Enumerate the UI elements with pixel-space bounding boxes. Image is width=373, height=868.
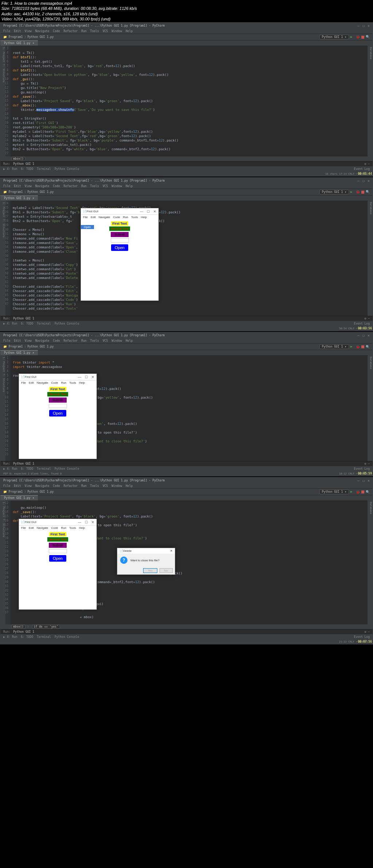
event-log-tab[interactable]: Event Log	[354, 167, 370, 171]
window-titlebar: Program1 [C:\Users\USER\PycharmProjects\…	[0, 23, 373, 29]
menu-navigate[interactable]: Navigate	[35, 30, 50, 33]
tab-terminal[interactable]: Terminal	[37, 167, 51, 171]
second-text-label: Second Text	[109, 226, 130, 231]
msgbox-title: Delete	[123, 549, 131, 553]
submit-button[interactable]: Submit	[111, 232, 128, 237]
meta-size: Size: 71802103 bytes (68.48 MiB), durati…	[1, 6, 372, 11]
pep-warning: PEP 8: expected 2 blank lines, found 0	[3, 472, 62, 475]
menu-edit[interactable]: Edit	[14, 30, 21, 33]
tkinter-window[interactable]: 📄 First GUI—☐✕ FileEditNavigateCodeRunTo…	[19, 373, 97, 459]
tkinter-window[interactable]: 📄 First GUI —☐✕ File Edit Navigate Code …	[81, 208, 159, 301]
context-fn: mbox()	[11, 157, 25, 161]
screenshot-4: Program1 [C:\Users\USER\PycharmProjects\…	[0, 477, 373, 644]
debug-icon[interactable]: 🐞	[356, 35, 360, 39]
run-icon[interactable]: ▶	[350, 35, 354, 39]
tk-close-icon[interactable]: ✕	[153, 210, 156, 213]
menu-code[interactable]: Code	[53, 30, 60, 33]
menu-vcs[interactable]: VCS	[103, 30, 108, 33]
tk-menu-navigate[interactable]: Navigate	[99, 216, 110, 219]
close-icon[interactable]: ✕	[368, 24, 370, 28]
msgbox-icon: 📄	[119, 549, 123, 553]
tk-max-icon[interactable]: ☐	[147, 210, 150, 213]
run-config-selector[interactable]: Python GUI 1 ▾	[319, 35, 349, 39]
msgbox-text: Want to close this file?	[130, 559, 160, 562]
screenshot-2: Program1 [C:\Users\USER\PycharmProjects\…	[0, 177, 373, 331]
tk-menu-help[interactable]: Help	[141, 216, 147, 219]
left-tool-strip[interactable]: 1: Project 7: Structure	[0, 46, 5, 156]
messagebox-dialog[interactable]: 📄 Delete✕ ? Want to close this file? Yes…	[117, 548, 175, 575]
code-editor[interactable]: 1: Project 7: Structure 3 4 5 6 7 8 9 10…	[0, 46, 373, 156]
menu-window[interactable]: Window	[111, 30, 122, 33]
tk-menu-edit[interactable]: Edit	[91, 216, 96, 219]
tab-run[interactable]: ▶ 4: Run	[3, 167, 17, 171]
tk-menu-file[interactable]: File	[83, 216, 88, 219]
meta-audio: Audio: aac, 44100 Hz, 2 channels, s16, 1…	[1, 11, 372, 16]
status-bar: 18 chars 17:14 CRLF ÷ UTF-8 ÷	[0, 171, 373, 176]
file-tab[interactable]: Python GUI 1.py×	[0, 40, 38, 46]
menu-file[interactable]: File	[3, 30, 10, 33]
nav-bar: 📁 Program1 〉Python GUI 1.py Python GUI 1…	[0, 34, 373, 40]
tk-menu-run[interactable]: Run	[123, 216, 128, 219]
menu-refactor[interactable]: Refactor	[64, 30, 78, 33]
menu-run[interactable]: Run	[81, 30, 86, 33]
minimize-icon[interactable]: —	[357, 24, 360, 28]
bottom-tool-tabs: ▶ 4: Run 6: TODO Terminal Python Console…	[0, 166, 373, 171]
tab-todo[interactable]: 6: TODO	[21, 167, 34, 171]
maximize-icon[interactable]: ☐	[362, 24, 365, 28]
tk-title: First GUI	[87, 210, 98, 213]
menu-view[interactable]: View	[25, 30, 32, 33]
code-area[interactable]: root = Tk() def btnf1(): txt1 = txt.get(…	[11, 46, 373, 156]
screenshot-1: Program1 [C:\Users\USER\PycharmProjects\…	[0, 22, 373, 177]
text-selection: messagebox.showinfo	[36, 108, 74, 112]
video-metadata: File: 1. How to create messagebox.mp4 Si…	[0, 0, 373, 22]
menu-help[interactable]: Help	[126, 30, 133, 33]
tk-icon: 📄	[83, 210, 87, 213]
tk-menu-tools[interactable]: Tools	[131, 216, 138, 219]
tkinter-window[interactable]: 📄 First GUI—☐✕ FileEditNavigateCodeRunTo…	[19, 519, 97, 610]
meta-video: Video: h264, yuv420p, 1280x720, 989 kb/s…	[1, 16, 372, 22]
menu-tools[interactable]: Tools	[90, 30, 99, 33]
yes-button[interactable]: Yes	[143, 568, 157, 573]
tab-close-icon[interactable]: ×	[32, 42, 34, 45]
tab-python-console[interactable]: Python Console	[55, 167, 79, 171]
tk-min-icon[interactable]: —	[140, 210, 143, 213]
first-text-label: First Text	[111, 221, 129, 226]
main-menubar: File Edit View Navigate Code Refactor Ru…	[0, 29, 373, 34]
tk-menu-code[interactable]: Code	[113, 216, 120, 219]
run-panel[interactable]: Run: Python GUI 1⚙ —	[0, 161, 373, 166]
tk-menubar: File Edit Navigate Code Run Tools Help	[81, 215, 158, 220]
window-controls: — ☐ ✕	[357, 24, 370, 28]
meta-file: File: 1. How to create messagebox.mp4	[1, 1, 372, 6]
no-button[interactable]: No	[160, 568, 173, 573]
screenshot-3: Program1 [C:\Users\USER\PycharmProjects\…	[0, 332, 373, 476]
search-icon[interactable]: 🔍	[366, 35, 370, 39]
timestamp: 00:01:44	[358, 172, 372, 175]
open-button[interactable]: Open	[111, 244, 128, 251]
editor-tabs: Python GUI 1.py×	[0, 40, 373, 46]
tk-open-menu-item[interactable]: Open	[81, 225, 94, 229]
entry-field[interactable]	[111, 238, 129, 243]
right-tool-strip[interactable]: Database	[368, 46, 373, 156]
window-title: Program1 [C:\Users\USER\PycharmProjects\…	[3, 24, 165, 27]
info-icon: ?	[120, 557, 127, 564]
msgbox-close-icon[interactable]: ✕	[170, 549, 173, 553]
breadcrumb[interactable]: 📁 Program1 〉Python GUI 1.py	[3, 35, 54, 39]
stop-icon[interactable]	[361, 36, 364, 39]
